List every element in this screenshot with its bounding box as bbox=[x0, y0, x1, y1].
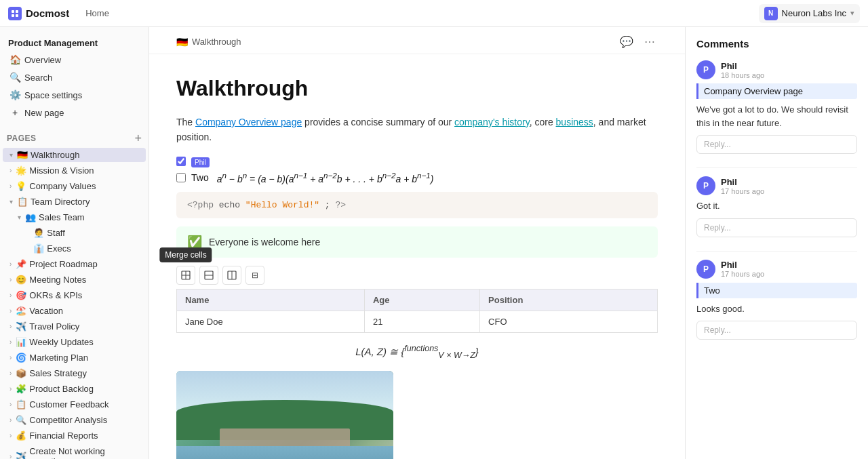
app-name: Docmost bbox=[26, 7, 69, 19]
table-cell-position: CFO bbox=[480, 311, 658, 333]
table-cell-age: 21 bbox=[364, 311, 479, 333]
page-item-project-roadmap[interactable]: › 📌 Project Roadmap bbox=[3, 257, 146, 271]
more-options-button[interactable]: ⋯ bbox=[642, 34, 658, 49]
page-item-create-not-working[interactable]: › ✈️ Create Not working sometimes bbox=[3, 444, 146, 459]
page-item-okrs[interactable]: › 🎯 OKRs & KPIs bbox=[3, 288, 146, 302]
php-echo: echo bbox=[219, 200, 245, 210]
page-create-not-working-label: Create Not working sometimes bbox=[29, 446, 139, 459]
comment-3-highlight: Two bbox=[696, 283, 857, 298]
table-row: Jane Doe 21 CFO bbox=[177, 311, 658, 333]
sidebar-settings-label: Space settings bbox=[24, 90, 82, 100]
page-vacation-label: Vacation bbox=[29, 306, 63, 316]
comment-1-text: We've got a lot to do. We should revisit… bbox=[696, 103, 857, 129]
page-item-company-values[interactable]: › 💡 Company Values bbox=[3, 179, 146, 193]
table-btn-2[interactable] bbox=[199, 266, 218, 285]
financial-reports-emoji: 💰 bbox=[16, 431, 26, 441]
page-item-competitor-analysis[interactable]: › 🔍 Competitor Analysis bbox=[3, 413, 146, 427]
comment-3-reply[interactable]: Reply... bbox=[696, 321, 857, 340]
page-item-mission[interactable]: › 🌟 Mission & Vision bbox=[3, 163, 146, 178]
page-okrs-label: OKRs & KPIs bbox=[29, 290, 82, 300]
page-mission-label: Mission & Vision bbox=[29, 165, 94, 176]
chevron-icon: › bbox=[9, 323, 12, 330]
chevron-icon: ▾ bbox=[9, 151, 13, 159]
comment-3-header: P Phil 17 hours ago bbox=[696, 260, 857, 279]
chevron-icon: › bbox=[9, 260, 12, 268]
page-item-travel-policy[interactable]: › ✈️ Travel Policy bbox=[3, 319, 146, 334]
php-close-tag: ?> bbox=[335, 200, 346, 210]
content-area: 🇩🇪 Walkthrough 💬 ⋯ Walkthrough The Compa… bbox=[149, 27, 868, 459]
php-string: "Hello World!" bbox=[245, 200, 319, 210]
new-page-icon: + bbox=[9, 107, 20, 118]
sidebar: Product Management 🏠 Overview 🔍 Search ⚙… bbox=[0, 27, 149, 459]
sidebar-item-overview[interactable]: 🏠 Overview bbox=[3, 52, 146, 68]
table-btn-3[interactable] bbox=[222, 266, 241, 285]
checkbox-one-input[interactable] bbox=[176, 157, 186, 166]
page-item-sales-team[interactable]: ▾ 👥 Sales Team bbox=[3, 210, 146, 224]
comment-button[interactable]: 💬 bbox=[617, 34, 636, 49]
page-item-sales-strategy[interactable]: › 📦 Sales Strategy bbox=[3, 366, 146, 380]
checkbox-one: One bbox=[176, 156, 658, 167]
sidebar-item-search[interactable]: 🔍 Search bbox=[3, 69, 146, 85]
image-water bbox=[176, 446, 393, 459]
page-marketing-plan-label: Marketing Plan bbox=[29, 353, 88, 363]
breadcrumb-flag: 🇩🇪 bbox=[176, 37, 188, 47]
checkbox-two: Two Phil an − bn = (a − b)(an−1 + an−2b … bbox=[176, 171, 658, 184]
comment-1-reply[interactable]: Reply... bbox=[696, 135, 857, 154]
page-item-product-backlog[interactable]: › 🧩 Product Backlog bbox=[3, 382, 146, 396]
mission-emoji: 🌟 bbox=[16, 165, 26, 176]
breadcrumb: 🇩🇪 Walkthrough 💬 ⋯ bbox=[149, 27, 685, 54]
comment-2-reply[interactable]: Reply... bbox=[696, 218, 857, 237]
sidebar-item-settings[interactable]: ⚙️ Space settings bbox=[3, 87, 146, 103]
chevron-icon: › bbox=[9, 453, 12, 460]
sales-team-emoji: 👥 bbox=[25, 212, 36, 222]
business-link[interactable]: business bbox=[556, 117, 593, 127]
home-nav[interactable]: Home bbox=[85, 8, 109, 18]
comment-3-time: 17 hours ago bbox=[721, 270, 764, 278]
comment-3: P Phil 17 hours ago Two Looks good. Repl… bbox=[696, 260, 857, 340]
page-item-weekly-updates[interactable]: › 📊 Weekly Updates bbox=[3, 335, 146, 349]
chevron-icon: › bbox=[9, 432, 12, 439]
page-item-marketing-plan[interactable]: › 🌀 Marketing Plan bbox=[3, 351, 146, 365]
chevron-icon: ▾ bbox=[18, 214, 21, 221]
checkbox-two-input[interactable] bbox=[176, 173, 186, 182]
logo-icon bbox=[8, 7, 22, 20]
page-item-financial-reports[interactable]: › 💰 Financial Reports bbox=[3, 428, 146, 443]
app-logo: Docmost bbox=[8, 7, 69, 20]
page-item-meeting-notes[interactable]: › 😊 Meeting Notes bbox=[3, 273, 146, 287]
table-header-position: Position bbox=[480, 290, 658, 311]
page-staff-label: Staff bbox=[47, 228, 65, 238]
walkthrough-emoji: 🇩🇪 bbox=[17, 150, 28, 160]
data-table: Name Age Position Jane Doe 21 CFO bbox=[176, 289, 658, 333]
page-travel-policy-label: Travel Policy bbox=[29, 321, 79, 332]
page-item-customer-feedback[interactable]: › 📋 Customer Feedback bbox=[3, 397, 146, 412]
comment-3-author: Phil bbox=[721, 260, 764, 270]
comment-2-author: Phil bbox=[721, 177, 764, 187]
page-item-staff[interactable]: › 🧑‍💼 Staff bbox=[3, 226, 146, 240]
table-btn-1[interactable]: Merge cells bbox=[176, 266, 195, 285]
company-history-link[interactable]: company's history bbox=[454, 117, 530, 127]
table-btn-4[interactable]: ⊟ bbox=[245, 266, 264, 285]
merge-cells-tooltip: Merge cells bbox=[159, 247, 212, 262]
travel-policy-emoji: ✈️ bbox=[16, 321, 26, 332]
page-item-team-directory[interactable]: ▾ 📋 Team Directory bbox=[3, 195, 146, 209]
page-financial-reports-label: Financial Reports bbox=[29, 431, 98, 441]
comment-1-header: P Phil 18 hours ago bbox=[696, 60, 857, 79]
chevron-icon: › bbox=[9, 307, 12, 315]
comment-2-meta: Phil 17 hours ago bbox=[721, 177, 764, 195]
page-item-execs[interactable]: › 👔 Execs bbox=[3, 241, 146, 256]
chevron-icon: › bbox=[9, 385, 12, 393]
editor: 🇩🇪 Walkthrough 💬 ⋯ Walkthrough The Compa… bbox=[149, 27, 685, 459]
org-switcher[interactable]: N Neuron Labs Inc ▾ bbox=[759, 4, 860, 23]
company-overview-link[interactable]: Company Overview page bbox=[195, 117, 302, 127]
topbar: Docmost Home N Neuron Labs Inc ▾ bbox=[0, 0, 868, 27]
page-weekly-updates-label: Weekly Updates bbox=[29, 337, 93, 347]
comment-1-meta: Phil 18 hours ago bbox=[721, 61, 764, 79]
page-execs-label: Execs bbox=[47, 243, 71, 254]
page-item-vacation[interactable]: › 🏖️ Vacation bbox=[3, 304, 146, 318]
page-item-walkthrough[interactable]: ▾ 🇩🇪 Walkthrough bbox=[3, 148, 146, 162]
space-title: Product Management bbox=[0, 33, 149, 51]
sidebar-search-label: Search bbox=[24, 73, 52, 83]
overview-icon: 🏠 bbox=[9, 54, 20, 65]
add-page-button[interactable]: + bbox=[134, 132, 142, 144]
sidebar-item-new-page[interactable]: + New page bbox=[3, 104, 146, 121]
